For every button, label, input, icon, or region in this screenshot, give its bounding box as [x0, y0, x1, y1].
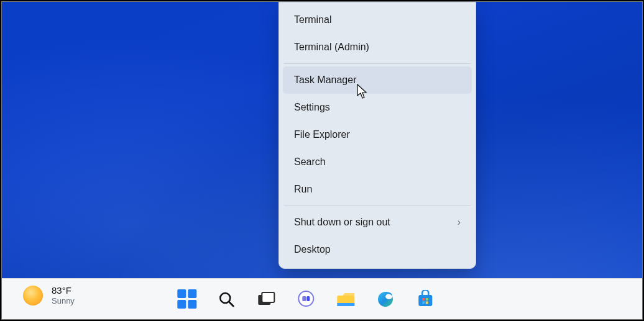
menu-item-settings[interactable]: Settings: [283, 94, 472, 121]
taskbar-search-button[interactable]: [213, 286, 240, 313]
weather-condition: Sunny: [52, 297, 75, 306]
svg-rect-10: [422, 298, 425, 301]
svg-rect-13: [426, 301, 428, 304]
store-icon: [416, 290, 435, 309]
windows-logo-icon: [177, 289, 196, 309]
svg-rect-8: [337, 303, 354, 306]
file-explorer-button[interactable]: [332, 286, 359, 313]
weather-sun-icon: [23, 286, 43, 305]
folder-icon: [336, 291, 356, 308]
search-icon: [218, 291, 235, 308]
svg-rect-9: [418, 295, 432, 306]
weather-temperature: 83°F: [52, 285, 75, 296]
task-view-icon: [257, 291, 275, 307]
menu-item-terminal[interactable]: Terminal: [283, 6, 472, 34]
menu-item-file-explorer[interactable]: File Explorer: [283, 121, 472, 148]
svg-rect-3: [262, 292, 274, 302]
menu-item-label: File Explorer: [294, 129, 350, 140]
svg-rect-12: [422, 301, 425, 304]
menu-item-label: Task Manager: [294, 75, 357, 86]
winx-context-menu: Terminal Terminal (Admin) Task Manager S…: [278, 2, 476, 269]
taskbar: 83°F Sunny: [2, 278, 642, 319]
svg-rect-6: [306, 296, 310, 301]
menu-item-search[interactable]: Search: [283, 148, 472, 176]
menu-item-label: Shut down or sign out: [294, 217, 390, 228]
menu-item-task-manager[interactable]: Task Manager: [283, 66, 472, 94]
edge-button[interactable]: [372, 286, 399, 313]
menu-item-label: Desktop: [294, 244, 331, 255]
menu-item-desktop[interactable]: Desktop: [283, 236, 472, 263]
edge-icon: [376, 290, 395, 309]
menu-item-label: Run: [294, 184, 312, 195]
menu-separator: [284, 206, 471, 206]
menu-item-run[interactable]: Run: [283, 176, 472, 203]
menu-item-shutdown[interactable]: Shut down or sign out ›: [283, 209, 472, 236]
svg-rect-11: [426, 298, 428, 301]
menu-item-label: Terminal: [294, 14, 331, 25]
menu-item-terminal-admin[interactable]: Terminal (Admin): [283, 34, 472, 61]
menu-item-label: Search: [294, 156, 326, 168]
svg-rect-5: [302, 296, 306, 301]
chat-icon: [297, 290, 315, 309]
menu-separator: [284, 63, 471, 64]
menu-item-label: Terminal (Admin): [294, 42, 369, 53]
store-button[interactable]: [412, 286, 439, 313]
chat-button[interactable]: [292, 286, 320, 313]
chevron-right-icon: ›: [458, 217, 461, 228]
start-button[interactable]: [173, 286, 200, 313]
svg-line-1: [229, 302, 233, 306]
weather-widget[interactable]: 83°F Sunny: [23, 285, 75, 306]
task-view-button[interactable]: [252, 286, 280, 313]
taskbar-center: [173, 286, 439, 313]
menu-item-label: Settings: [294, 102, 330, 113]
